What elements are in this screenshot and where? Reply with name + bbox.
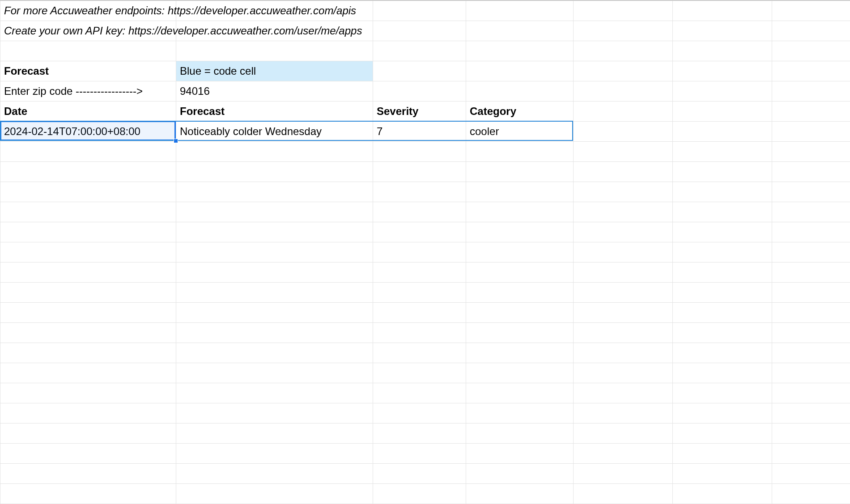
cell-e20[interactable] (574, 383, 673, 403)
cell-c21[interactable] (373, 403, 466, 423)
cell-b25[interactable] (176, 483, 373, 504)
cell-g13[interactable] (772, 242, 850, 262)
cell-a12[interactable] (0, 222, 176, 242)
cell-e16[interactable] (574, 302, 673, 322)
cell-e19[interactable] (574, 363, 673, 383)
cell-c16[interactable] (373, 302, 466, 322)
cell-c24[interactable] (373, 463, 466, 483)
cell-b23[interactable] (176, 443, 373, 463)
cell-a17[interactable] (0, 322, 176, 343)
cell-data-forecast[interactable]: Noticeably colder Wednesday (176, 121, 373, 141)
cell-a10[interactable] (0, 182, 176, 202)
cell-a9[interactable] (0, 161, 176, 182)
cell-g20[interactable] (772, 383, 850, 403)
cell-b14[interactable] (176, 262, 373, 282)
cell-a19[interactable] (0, 363, 176, 383)
cell-d17[interactable] (466, 322, 574, 343)
cell-g15[interactable] (772, 282, 850, 302)
cell-e25[interactable] (574, 483, 673, 504)
cell-a23[interactable] (0, 443, 176, 463)
cell-e10[interactable] (574, 182, 673, 202)
cell-c1[interactable] (373, 0, 466, 21)
cell-info-apikey[interactable]: Create your own API key: https://develop… (0, 21, 176, 41)
cell-c23[interactable] (373, 443, 466, 463)
cell-f12[interactable] (673, 222, 772, 242)
cell-e24[interactable] (574, 463, 673, 483)
cell-a14[interactable] (0, 262, 176, 282)
cell-g19[interactable] (772, 363, 850, 383)
cell-b10[interactable] (176, 182, 373, 202)
cell-d16[interactable] (466, 302, 574, 322)
cell-info-endpoints[interactable]: For more Accuweather endpoints: https://… (0, 0, 176, 21)
cell-d1[interactable] (466, 0, 574, 21)
cell-f23[interactable] (673, 443, 772, 463)
cell-e23[interactable] (574, 443, 673, 463)
cell-a21[interactable] (0, 403, 176, 423)
cell-g2[interactable] (772, 21, 850, 41)
cell-g11[interactable] (772, 202, 850, 222)
cell-code-legend[interactable]: Blue = code cell (176, 61, 373, 81)
cell-f18[interactable] (673, 343, 772, 363)
cell-c10[interactable] (373, 182, 466, 202)
cell-b9[interactable] (176, 161, 373, 182)
cell-f24[interactable] (673, 463, 772, 483)
cell-f10[interactable] (673, 182, 772, 202)
cell-b18[interactable] (176, 343, 373, 363)
cell-header-severity[interactable]: Severity (373, 101, 466, 121)
cell-e15[interactable] (574, 282, 673, 302)
cell-b20[interactable] (176, 383, 373, 403)
cell-d8[interactable] (466, 141, 574, 161)
cell-zip-value[interactable]: 94016 (176, 81, 373, 101)
cell-c9[interactable] (373, 161, 466, 182)
cell-f22[interactable] (673, 423, 772, 443)
cell-e18[interactable] (574, 343, 673, 363)
cell-b17[interactable] (176, 322, 373, 343)
cell-g8[interactable] (772, 141, 850, 161)
cell-e3[interactable] (574, 41, 673, 61)
cell-g12[interactable] (772, 222, 850, 242)
cell-f5[interactable] (673, 81, 772, 101)
cell-e5[interactable] (574, 81, 673, 101)
cell-g14[interactable] (772, 262, 850, 282)
cell-c13[interactable] (373, 242, 466, 262)
cell-f19[interactable] (673, 363, 772, 383)
cell-b3[interactable] (176, 41, 373, 61)
cell-g3[interactable] (772, 41, 850, 61)
cell-d13[interactable] (466, 242, 574, 262)
cell-c12[interactable] (373, 222, 466, 242)
cell-f20[interactable] (673, 383, 772, 403)
cell-a16[interactable] (0, 302, 176, 322)
cell-g25[interactable] (772, 483, 850, 504)
cell-c3[interactable] (373, 41, 466, 61)
cell-b19[interactable] (176, 363, 373, 383)
cell-g22[interactable] (772, 423, 850, 443)
cell-f2[interactable] (673, 21, 772, 41)
cell-g17[interactable] (772, 322, 850, 343)
cell-b24[interactable] (176, 463, 373, 483)
cell-d12[interactable] (466, 222, 574, 242)
cell-e7[interactable] (574, 121, 673, 141)
cell-header-forecast[interactable]: Forecast (176, 101, 373, 121)
cell-c20[interactable] (373, 383, 466, 403)
cell-a8[interactable] (0, 141, 176, 161)
cell-forecast-header[interactable]: Forecast (0, 61, 176, 81)
cell-g16[interactable] (772, 302, 850, 322)
cell-d10[interactable] (466, 182, 574, 202)
cell-f13[interactable] (673, 242, 772, 262)
cell-e12[interactable] (574, 222, 673, 242)
cell-e14[interactable] (574, 262, 673, 282)
cell-a25[interactable] (0, 483, 176, 504)
cell-g5[interactable] (772, 81, 850, 101)
cell-d11[interactable] (466, 202, 574, 222)
cell-b8[interactable] (176, 141, 373, 161)
cell-f4[interactable] (673, 61, 772, 81)
cell-data-category[interactable]: cooler (466, 121, 574, 141)
cell-d2[interactable] (466, 21, 574, 41)
cell-c22[interactable] (373, 423, 466, 443)
cell-d18[interactable] (466, 343, 574, 363)
cell-header-category[interactable]: Category (466, 101, 574, 121)
cell-a3[interactable] (0, 41, 176, 61)
cell-e22[interactable] (574, 423, 673, 443)
cell-e6[interactable] (574, 101, 673, 121)
cell-d21[interactable] (466, 403, 574, 423)
